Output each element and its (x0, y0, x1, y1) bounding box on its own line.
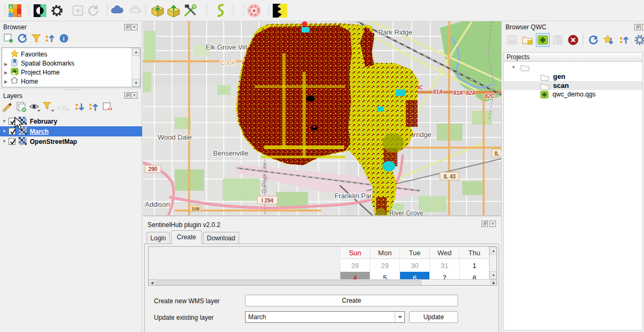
calendar-day[interactable]: 28 (340, 260, 370, 272)
overlay-red-region (238, 26, 352, 165)
scrollbar-thumb[interactable] (156, 280, 421, 286)
layer-label: March (30, 128, 48, 135)
create-button[interactable]: Create (245, 295, 458, 306)
cloud-icon[interactable] (110, 3, 125, 18)
map-themes-icon[interactable] (29, 101, 42, 114)
add-layer-icon[interactable] (2, 32, 15, 45)
collapse-all-icon[interactable] (87, 101, 100, 114)
collapse-arrow-icon[interactable]: ▼ (0, 129, 9, 134)
projects-root-row[interactable]: ▼ (504, 63, 642, 72)
toolbar-drag-handle[interactable] (4, 5, 6, 17)
toolbar-drag-handle[interactable] (268, 5, 270, 17)
image-disabled-icon[interactable] (505, 33, 519, 47)
browser-item-spatial-bookmarks[interactable]: ▶ Spatial Bookmarks (2, 59, 140, 68)
properties-icon[interactable]: i (58, 32, 70, 45)
filter-icon[interactable] (30, 32, 43, 45)
expand-arrow-icon[interactable]: ▶ (2, 60, 10, 69)
layer-checkbox[interactable] (9, 128, 15, 135)
expand-arrow-icon[interactable]: ▶ (2, 68, 10, 77)
target-icon[interactable] (246, 3, 261, 18)
toolbar-drag-handle[interactable] (28, 5, 30, 17)
layer-row-march[interactable]: ▼ March (0, 126, 142, 136)
svg-text:i: i (63, 35, 64, 42)
close-icon[interactable]: ✕ (490, 221, 496, 227)
remove-layer-icon[interactable] (101, 101, 114, 114)
browser-tree-scrollbar[interactable]: ▲▼ (132, 48, 140, 87)
layer-checkbox[interactable] (9, 138, 15, 145)
calendar-widget[interactable]: Sun Mon Tue Wed Thu 28 29 30 31 1 4 5 6 … (148, 246, 497, 286)
tab-download[interactable]: Download (203, 232, 239, 244)
sentinelhub-icon[interactable] (213, 3, 228, 18)
undock-icon[interactable] (482, 221, 488, 227)
calendar-day[interactable]: 1 (459, 260, 489, 272)
calendar-vertical-scrollbar[interactable]: ▲ ▼ (489, 247, 497, 279)
filter-expression-icon[interactable]: ε (56, 101, 69, 114)
browser-item-project-home[interactable]: ▶ Project Home (2, 68, 140, 77)
gear-icon[interactable] (50, 3, 64, 18)
browser-item-label: Project Home (21, 69, 60, 76)
calendar-day[interactable]: 30 (400, 260, 429, 272)
save-disabled-icon[interactable] (551, 33, 565, 47)
collapse-arrow-icon[interactable]: ▼ (0, 139, 9, 144)
project-file-qwc-demo[interactable]: qwc_demo.qgs (504, 90, 642, 99)
layer-checkbox[interactable] (9, 118, 15, 125)
close-icon[interactable]: ✕ (131, 24, 137, 30)
collapse-arrow-icon[interactable]: ▼ (0, 119, 9, 124)
toolbar-drag-handle[interactable] (206, 5, 208, 17)
new-folder-icon[interactable] (520, 33, 534, 47)
projects-section-header[interactable]: Projects (503, 52, 643, 62)
project-icon[interactable] (536, 33, 550, 47)
add-group-icon[interactable] (15, 101, 28, 114)
collapse-all-icon[interactable] (44, 32, 56, 45)
collapse-all-icon[interactable] (617, 33, 631, 47)
settings-icon[interactable] (633, 33, 644, 47)
project-file-label: qwc_demo.qgs (552, 91, 596, 98)
refresh-icon[interactable] (586, 33, 600, 47)
calendar-day[interactable]: 29 (370, 260, 400, 272)
calendar-table[interactable]: Sun Mon Tue Wed Thu 28 29 30 31 1 4 5 6 … (340, 247, 489, 279)
layer-row-openstreetmap[interactable]: ▼ OpenStreetMap (0, 136, 142, 147)
close-icon[interactable]: ✕ (131, 92, 137, 99)
browser-item-home[interactable]: ▶ Home (2, 77, 140, 86)
calendar-horizontal-scrollbar[interactable]: ◀ ▶ (149, 279, 497, 286)
undock-icon[interactable] (634, 24, 641, 30)
tools-icon[interactable] (183, 3, 198, 18)
sld-styles-icon[interactable]: SLD (7, 3, 22, 18)
chevron-down-icon[interactable] (395, 312, 404, 322)
cloud-upload-icon[interactable] (128, 3, 143, 18)
refresh-icon[interactable] (16, 32, 29, 45)
package-up-icon[interactable] (166, 3, 181, 18)
collapse-arrow-icon[interactable]: ▼ (511, 63, 519, 72)
layer-row-february[interactable]: ▼ February (0, 116, 142, 126)
expand-arrow-icon[interactable]: ▶ (2, 77, 10, 86)
filter-legend-icon[interactable] (43, 101, 55, 114)
county-line-label: DuPage Cou (262, 163, 267, 193)
toolbar-drag-handle[interactable] (232, 5, 234, 17)
styling-icon[interactable] (1, 101, 14, 114)
add-box-icon[interactable] (70, 3, 85, 18)
update-button[interactable]: Update (409, 311, 458, 323)
overlay-cyan-spot (301, 27, 309, 33)
sentinelhub-panel: SentinelHub plugin v2.0.2 ✕ Login Create… (142, 216, 501, 332)
contrast-icon[interactable] (32, 3, 47, 18)
toolbar-drag-handle[interactable] (106, 5, 108, 17)
place-label: Franklin Park (335, 192, 376, 200)
toolbar-drag-handle[interactable] (242, 5, 244, 17)
undock-icon[interactable] (124, 92, 131, 99)
flag-icon[interactable] (272, 3, 287, 18)
package-down-icon[interactable] (150, 3, 165, 18)
reload-icon[interactable] (86, 3, 101, 18)
map-canvas[interactable]: Elk Grove Village Park Ridge Wood Dale B… (143, 21, 501, 216)
expand-all-icon[interactable] (74, 101, 86, 114)
calendar-day[interactable]: 31 (429, 260, 459, 272)
tab-create[interactable]: Create (171, 230, 202, 244)
browser-item-favorites[interactable]: Favorites (2, 50, 140, 59)
undock-icon[interactable] (124, 24, 131, 30)
project-folder-gen[interactable]: gen (504, 72, 642, 81)
close-icon[interactable]: ✕ (642, 24, 644, 30)
star-download-icon[interactable] (602, 33, 616, 47)
layer-select-dropdown[interactable]: March (245, 311, 405, 323)
delete-icon[interactable] (566, 33, 580, 47)
tab-login[interactable]: Login (146, 232, 170, 244)
project-folder-scan[interactable]: scan (504, 81, 642, 90)
